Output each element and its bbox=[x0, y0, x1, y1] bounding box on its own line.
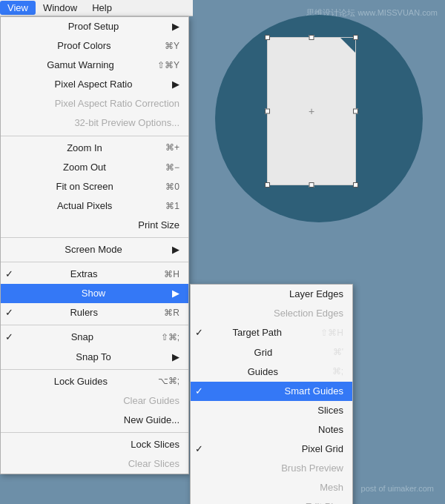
submenu-guides[interactable]: Guides ⌘; bbox=[191, 362, 352, 382]
sc-grid: ⌘' bbox=[333, 345, 343, 359]
menubar-help[interactable]: Help bbox=[85, 1, 119, 15]
sc-gamut: ⇧⌘Y bbox=[157, 58, 179, 73]
label-layer-edges: Layer Edges bbox=[289, 286, 343, 302]
sc-zoom-out: ⌘− bbox=[165, 160, 179, 175]
view-menu-dropdown: Proof Setup ▶ Proof Colors ⌘Y Gamut Warn… bbox=[0, 16, 189, 474]
label-sel-edges: Selection Edges bbox=[274, 305, 343, 322]
arrow-snap-to: ▶ bbox=[172, 349, 179, 365]
menubar: View Window Help bbox=[0, 0, 193, 16]
menu-extras[interactable]: ✓ Extras ⌘H bbox=[1, 265, 188, 284]
menu-clear-slices: Clear Slices bbox=[1, 454, 188, 474]
sc-rulers: ⌘R bbox=[164, 305, 179, 320]
menu-proof-colors[interactable]: Proof Colors ⌘Y bbox=[1, 36, 188, 56]
menu-extras-label: Extras bbox=[70, 266, 98, 282]
label-grid: Grid bbox=[254, 345, 273, 361]
check-pixel-grid: ✓ bbox=[195, 441, 205, 457]
handle-mr bbox=[353, 109, 358, 114]
menubar-view[interactable]: View bbox=[0, 1, 36, 15]
show-submenu: Layer Edges Selection Edges ✓ Target Pat… bbox=[190, 284, 353, 504]
sc-target: ⇧⌘H bbox=[320, 325, 343, 340]
menu-actual-label: Actual Pixels bbox=[57, 198, 112, 214]
circle-graphic: + bbox=[215, 15, 423, 222]
menu-fit-label: Fit on Screen bbox=[56, 179, 113, 195]
menu-fit-screen[interactable]: Fit on Screen ⌘0 bbox=[1, 177, 188, 196]
menu-gamut-label: Gamut Warning bbox=[47, 57, 114, 73]
menu-proof-setup[interactable]: Proof Setup ▶ bbox=[1, 17, 188, 36]
menu-lock-slices[interactable]: Lock Slices bbox=[1, 435, 188, 454]
check-snap: ✓ bbox=[5, 329, 16, 345]
arrow-pixel-aspect: ▶ bbox=[172, 76, 179, 93]
handle-ml bbox=[265, 109, 270, 114]
label-target-path: Target Path bbox=[232, 325, 282, 341]
arrow-show: ▶ bbox=[172, 285, 179, 302]
menu-lock-guides[interactable]: Lock Guides ⌥⌘; bbox=[1, 372, 188, 391]
label-edit-pins: Edit Pins bbox=[306, 499, 343, 504]
menu-32bit-label: 32-bit Preview Options... bbox=[74, 115, 179, 131]
document-shape: + bbox=[267, 37, 356, 185]
menu-zoom-out[interactable]: Zoom Out ⌘− bbox=[1, 158, 188, 177]
menu-snap-to[interactable]: Snap To ▶ bbox=[1, 348, 188, 367]
sc-zoom-in: ⌘+ bbox=[165, 140, 179, 155]
check-target: ✓ bbox=[195, 325, 205, 341]
sc-snap: ⇧⌘; bbox=[161, 330, 179, 345]
menu-clear-slices-label: Clear Slices bbox=[128, 456, 179, 472]
submenu-layer-edges[interactable]: Layer Edges bbox=[191, 285, 352, 304]
menu-snap-to-label: Snap To bbox=[76, 349, 111, 365]
handle-br bbox=[353, 182, 358, 188]
check-extras: ✓ bbox=[5, 266, 16, 282]
label-brush-preview: Brush Preview bbox=[281, 460, 343, 477]
menu-print-size[interactable]: Print Size bbox=[1, 216, 188, 235]
watermark-bottom: post of uimaker.com bbox=[361, 484, 434, 493]
submenu-grid[interactable]: Grid ⌘' bbox=[191, 343, 352, 362]
submenu-selection-edges: Selection Edges bbox=[191, 304, 352, 323]
menubar-window[interactable]: Window bbox=[36, 1, 85, 15]
menu-new-guide-label: New Guide... bbox=[124, 412, 179, 428]
menu-zoom-in-label: Zoom In bbox=[67, 140, 102, 156]
sc-proof-colors: ⌘Y bbox=[165, 39, 179, 53]
menu-clear-guides: Clear Guides bbox=[1, 391, 188, 411]
submenu-edit-pins: Edit Pins bbox=[191, 497, 352, 504]
check-smart: ✓ bbox=[195, 383, 205, 399]
handle-bm bbox=[309, 182, 314, 188]
menu-rulers[interactable]: ✓ Rulers ⌘R bbox=[1, 303, 188, 322]
menu-pixel-aspect-correction: Pixel Aspect Ratio Correction bbox=[1, 94, 188, 113]
submenu-smart-guides[interactable]: ✓ Smart Guides bbox=[191, 382, 352, 401]
label-pixel-grid: Pixel Grid bbox=[302, 441, 343, 457]
sc-actual: ⌘1 bbox=[165, 199, 179, 213]
menu-new-guide[interactable]: New Guide... bbox=[1, 411, 188, 430]
sc-extras: ⌘H bbox=[164, 267, 179, 282]
submenu-brush-preview: Brush Preview bbox=[191, 459, 352, 478]
center-crosshair: + bbox=[309, 105, 314, 117]
handle-tm bbox=[309, 35, 314, 40]
submenu-pixel-grid[interactable]: ✓ Pixel Grid bbox=[191, 440, 352, 459]
sep-4 bbox=[1, 325, 188, 325]
menu-zoom-out-label: Zoom Out bbox=[63, 159, 106, 176]
sep-5 bbox=[1, 369, 188, 370]
submenu-notes[interactable]: Notes bbox=[191, 420, 352, 440]
menu-pac-label: Pixel Aspect Ratio Correction bbox=[55, 96, 179, 112]
submenu-target-path[interactable]: ✓ Target Path ⇧⌘H bbox=[191, 323, 352, 342]
sc-fit: ⌘0 bbox=[165, 179, 179, 194]
menu-print-label: Print Size bbox=[138, 217, 179, 233]
arrow-proof-setup: ▶ bbox=[172, 19, 179, 35]
menu-snap[interactable]: ✓ Snap ⇧⌘; bbox=[1, 328, 188, 347]
menu-32bit: 32-bit Preview Options... bbox=[1, 113, 188, 133]
menu-zoom-in[interactable]: Zoom In ⌘+ bbox=[1, 139, 188, 158]
menu-lock-slices-label: Lock Slices bbox=[131, 437, 179, 453]
menu-proof-setup-label: Proof Setup bbox=[68, 19, 119, 35]
menu-pixel-aspect[interactable]: Pixel Aspect Ratio ▶ bbox=[1, 75, 188, 94]
menu-gamut-warning[interactable]: Gamut Warning ⇧⌘Y bbox=[1, 56, 188, 75]
menu-pixel-aspect-label: Pixel Aspect Ratio bbox=[55, 76, 133, 93]
menu-show-label: Show bbox=[82, 285, 106, 302]
menu-proof-colors-label: Proof Colors bbox=[57, 38, 111, 54]
handle-tl bbox=[265, 35, 270, 40]
menu-actual-pixels[interactable]: Actual Pixels ⌘1 bbox=[1, 196, 188, 216]
submenu-slices[interactable]: Slices bbox=[191, 401, 352, 420]
menu-lock-guides-label: Lock Guides bbox=[54, 374, 108, 390]
label-smart-guides: Smart Guides bbox=[285, 383, 343, 399]
arrow-screen: ▶ bbox=[172, 242, 179, 258]
menu-show[interactable]: Show ▶ Layer Edges Selection Edges ✓ Tar… bbox=[1, 284, 188, 303]
label-notes: Notes bbox=[318, 422, 343, 438]
menu-screen-mode[interactable]: Screen Mode ▶ bbox=[1, 240, 188, 259]
menu-snap-label: Snap bbox=[71, 329, 93, 345]
